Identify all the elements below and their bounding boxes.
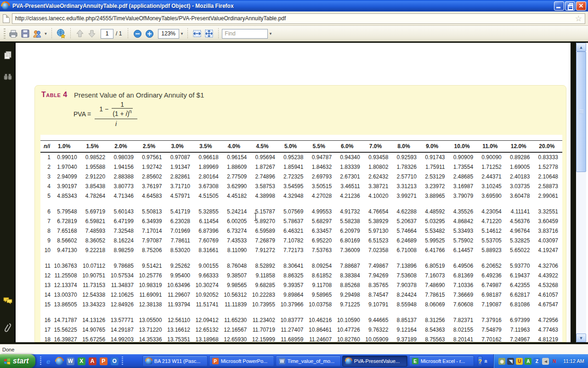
factor-cell: 0.91743 (421, 152, 449, 162)
factor-cell: 8.74547 (364, 290, 393, 299)
outlook-icon[interactable]: O (111, 357, 119, 365)
print-button[interactable] (7, 28, 19, 40)
help-task-button[interactable]: ? (478, 356, 482, 366)
task-button[interactable]: EMicrosoft Excel - r... (409, 356, 474, 367)
factor-cell: 4.81219 (534, 334, 562, 344)
factor-cell: 8.61852 (307, 270, 336, 280)
layers-panel-icon[interactable] (3, 72, 13, 82)
factor-cell: 13.18968 (194, 334, 223, 344)
zoom-out-button[interactable] (131, 28, 143, 40)
factor-cell: 5.41719 (166, 207, 194, 216)
email-button[interactable] (31, 28, 43, 40)
task-button[interactable]: PVA-PresentValue... (342, 356, 407, 367)
fit-page-button[interactable] (203, 28, 215, 40)
factor-cell: 10.25776 (138, 270, 166, 280)
factor-cell: 8.55948 (392, 299, 421, 309)
word-icon[interactable]: W (67, 357, 74, 365)
save-button[interactable] (19, 28, 31, 40)
hide-icons-chevron[interactable]: « (485, 356, 488, 366)
formula-lhs: PVA = (74, 110, 91, 118)
internet-explorer-icon[interactable]: e (45, 357, 52, 365)
task-button[interactable]: WTime_value_of_mo... (276, 356, 341, 367)
factor-cell: 4.78264 (81, 191, 110, 201)
pages-panel-icon[interactable] (3, 50, 13, 60)
factor-cell: 10.36763 (53, 261, 81, 270)
factor-cell: 4.56376 (506, 216, 534, 226)
web-lookup-button[interactable] (55, 28, 67, 40)
factor-cell: 0.92593 (392, 152, 421, 162)
factor-cell: 8.38384 (336, 270, 364, 280)
factor-cell: 8.02155 (449, 325, 478, 334)
factor-cell: 3.85438 (81, 181, 110, 191)
rate-header: 5.5% (307, 141, 336, 153)
comments-panel-icon[interactable] (3, 295, 13, 305)
rate-header: 4.0% (223, 141, 251, 153)
tray-network-icon[interactable]: ◥ (507, 358, 514, 365)
scrollbar-thumb[interactable] (576, 52, 586, 172)
minimize-button[interactable] (554, 1, 564, 11)
factor-cell: 3.54595 (279, 181, 308, 191)
bookmark-star-icon[interactable]: ☆ (572, 15, 585, 23)
vertical-scrollbar[interactable]: ▲ ▼ (576, 43, 586, 342)
volume-icon[interactable]: ◄ (542, 358, 549, 365)
tray-liveupdate-icon[interactable]: U (516, 358, 523, 365)
factor-cell: 6.41766 (421, 245, 449, 255)
factor-cell: 3.99271 (392, 191, 421, 201)
factor-cell: 9.25262 (166, 261, 194, 270)
task-button[interactable]: PMicrosoft PowerPo... (209, 356, 274, 367)
factor-cell: 0.97561 (138, 152, 166, 162)
powerpoint-icon[interactable]: P (100, 357, 107, 365)
fit-width-button[interactable] (191, 28, 203, 40)
factor-cell: 4.43922 (534, 270, 562, 280)
excel-icon[interactable]: X (78, 357, 85, 365)
factor-cell: 7.97087 (138, 236, 166, 245)
tray-antivirus-icon[interactable]: A (525, 358, 531, 365)
factor-cell: 7.11963 (506, 325, 534, 334)
period-cell: 18 (40, 334, 53, 344)
factor-cell: 2.53129 (421, 172, 449, 181)
factor-cell: 3.67308 (194, 181, 223, 191)
factor-cell: 0.99010 (53, 152, 81, 162)
pdf-toolbar: ▼ / 1 123% ▼ (0, 26, 588, 41)
factor-cell: 1.80802 (364, 162, 393, 172)
scroll-down-button[interactable]: ▼ (576, 334, 586, 342)
scroll-up-button[interactable]: ▲ (576, 43, 586, 52)
factor-cell: 11.51741 (194, 299, 223, 309)
table-row: 21.970401.955881.941561.927421.913471.89… (40, 162, 562, 172)
next-page-button[interactable] (86, 28, 98, 40)
access-icon[interactable]: A (89, 357, 96, 365)
tray-zonealarm-icon[interactable]: Z (533, 358, 540, 365)
page-number-input[interactable] (101, 30, 113, 37)
firefox-icon (345, 358, 352, 364)
attachments-panel-icon[interactable] (3, 323, 13, 333)
email-dropdown-arrow[interactable]: ▼ (43, 28, 48, 40)
task-button[interactable]: BA 213 W11 (Pasc... (142, 356, 208, 367)
zoom-in-button[interactable] (143, 28, 155, 40)
factor-cell: 9.39357 (279, 280, 308, 290)
factor-cell: 6.81086 (506, 299, 534, 309)
url-input[interactable] (12, 15, 572, 22)
find-input[interactable] (222, 29, 268, 39)
close-button[interactable] (576, 1, 586, 11)
find-dropdown-arrow[interactable]: ▼ (268, 28, 273, 40)
rate-header: 11.0% (477, 141, 506, 153)
annuity-table: n/i 1.0%1.5%2.0%2.5%3.0%3.5%4.0%4.5%5.0%… (40, 140, 562, 344)
norton-icon[interactable]: N (551, 358, 558, 365)
zoom-dropdown-arrow[interactable]: ▼ (179, 28, 184, 40)
factor-cell: 2.99061 (534, 191, 562, 201)
firefox-icon[interactable] (56, 357, 63, 365)
factor-cell: 14.99203 (109, 334, 138, 344)
factor-cell: 6.80519 (421, 261, 449, 270)
factor-cell: 13.00370 (53, 290, 81, 299)
period-cell: 4 (40, 181, 53, 191)
factor-cell: 7.65168 (53, 226, 81, 236)
toolbar-separator (70, 28, 71, 39)
factor-cell: 5.69719 (81, 207, 110, 216)
previous-page-button[interactable] (74, 28, 86, 40)
restore-button[interactable] (565, 1, 575, 11)
start-button[interactable]: start (0, 354, 35, 368)
factor-cell: 6.51523 (364, 236, 393, 245)
zoom-level-value[interactable]: 123% (158, 29, 179, 39)
factor-cell: 0.90090 (477, 152, 506, 162)
tray-agent-icon[interactable]: ◉ (498, 358, 505, 365)
